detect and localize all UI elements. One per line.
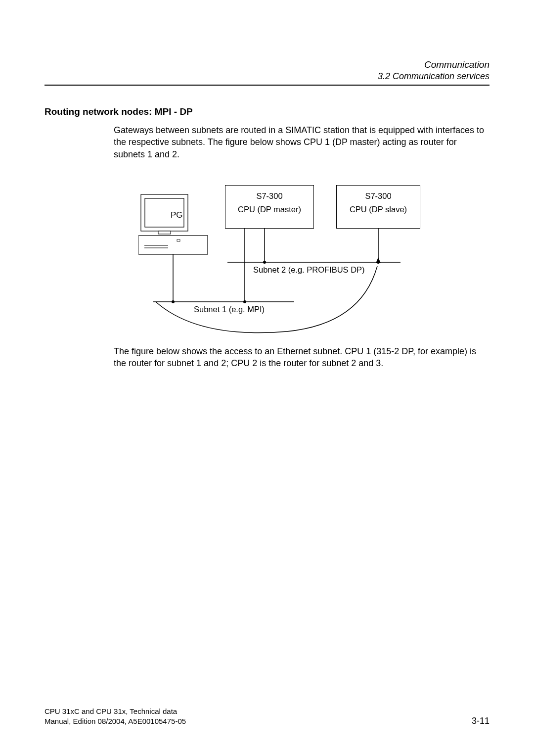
page-footer: CPU 31xC and CPU 31x, Technical data Man… xyxy=(44,707,490,727)
subnet1-label: Subnet 1 (e.g. MPI) xyxy=(194,305,265,314)
box-slave-line2: CPU (DP slave) xyxy=(340,205,417,214)
box-master-line2: CPU (DP master) xyxy=(228,205,311,214)
footer-line2: Manual, Edition 08/2004, A5E00105475-05 xyxy=(44,716,186,726)
box-cpu-slave: S7-300 CPU (DP slave) xyxy=(336,185,420,229)
routing-diagram: PG S7-300 CPU (DP master) S7-300 CPU (DP… xyxy=(138,173,435,336)
svg-rect-2 xyxy=(158,231,171,234)
paragraph-1: Gateways between subnets are routed in a… xyxy=(114,124,490,160)
page-number: 3-11 xyxy=(472,716,490,726)
header-chapter: Communication xyxy=(44,59,490,70)
pg-label: PG xyxy=(171,210,183,220)
header-section: 3.2 Communication services xyxy=(44,71,490,82)
svg-rect-3 xyxy=(138,236,208,254)
svg-marker-14 xyxy=(376,257,381,263)
paragraph-2: The figure below shows the access to an … xyxy=(114,345,490,370)
svg-point-17 xyxy=(243,300,246,303)
svg-point-16 xyxy=(172,300,175,303)
box-cpu-master: S7-300 CPU (DP master) xyxy=(225,185,314,229)
subnet2-label: Subnet 2 (e.g. PROFIBUS DP) xyxy=(253,265,365,275)
header-rule xyxy=(44,85,490,86)
svg-point-12 xyxy=(263,261,266,264)
box-master-line1: S7-300 xyxy=(228,191,311,201)
section-heading: Routing network nodes: MPI - DP xyxy=(44,106,490,117)
box-slave-line1: S7-300 xyxy=(340,191,417,201)
footer-line1: CPU 31xC and CPU 31x, Technical data xyxy=(44,707,186,716)
svg-rect-4 xyxy=(177,239,180,241)
